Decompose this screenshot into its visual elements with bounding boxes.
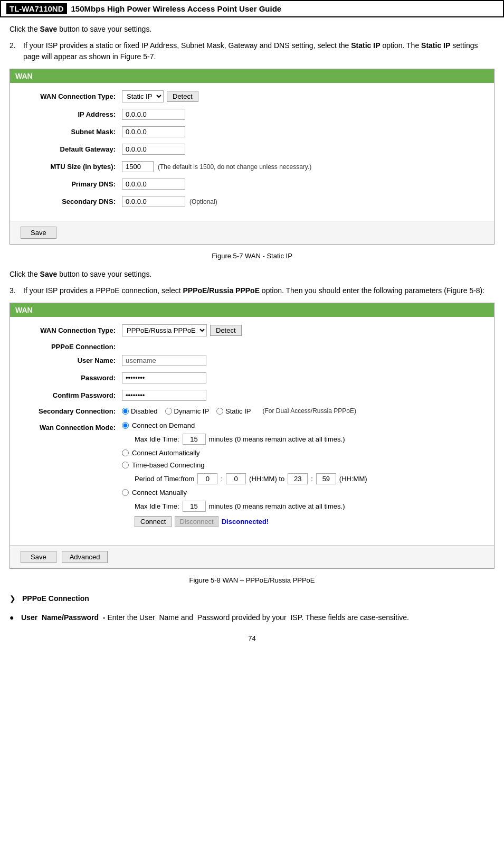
numbered-item-3: 3. If your ISP provides a PPPoE connecti…	[9, 285, 495, 296]
mode-demand-radio[interactable]	[122, 422, 129, 429]
wan-pppoe-header: WAN	[10, 303, 494, 317]
period-label: Period of Time:from	[135, 475, 194, 483]
time-from-min-input[interactable]	[226, 473, 246, 484]
wan-pppoe-footer: Save Advanced	[10, 545, 494, 568]
wan-pppoe-box: WAN WAN Connection Type: PPPoE/Russia PP…	[9, 303, 495, 569]
pppoe-conn-type-row: WAN Connection Type: PPPoE/Russia PPPoE …	[21, 324, 483, 336]
mode-timebased-radio[interactable]	[122, 462, 129, 468]
pppoe-detect-button[interactable]: Detect	[210, 325, 242, 336]
save-button-pppoe[interactable]: Save	[21, 551, 56, 563]
conn-type-label: WAN Connection Type:	[21, 92, 116, 100]
sec-static-label: Static IP	[225, 407, 251, 415]
subnet-mask-label: Subnet Mask:	[21, 128, 116, 136]
time-colon-1: :	[221, 475, 223, 483]
sec-dynamic-option[interactable]: Dynamic IP	[165, 407, 209, 415]
conn-disconnect-row: Connect Disconnect Disconnected!	[135, 516, 367, 527]
primary-dns-row: Primary DNS:	[21, 179, 483, 190]
mtu-row: MTU Size (in bytes): (The default is 150…	[21, 161, 483, 172]
guide-title: 150Mbps High Power Wireless Access Point…	[71, 4, 282, 13]
mode-demand-label: Connect on Demand	[132, 421, 195, 429]
sec-dynamic-label: Dynamic IP	[174, 407, 209, 415]
mode-manual-option: Connect Manually	[122, 489, 367, 496]
sec-static-option[interactable]: Static IP	[216, 407, 251, 415]
sec-dynamic-radio[interactable]	[165, 408, 172, 415]
arrow-icon: ❯	[9, 593, 19, 604]
max-idle-label-2: Max Idle Time:	[135, 502, 179, 510]
secondary-dns-row: Secondary DNS: (Optional)	[21, 196, 483, 207]
primary-dns-label: Primary DNS:	[21, 180, 116, 188]
optional-note: (Optional)	[189, 198, 217, 205]
sec-static-radio[interactable]	[216, 408, 223, 415]
wan-static-header: WAN	[10, 69, 494, 83]
hhmm-to-label: (HH:MM) to	[249, 475, 284, 483]
primary-dns-input[interactable]	[122, 179, 185, 190]
user-name-input[interactable]	[122, 355, 206, 366]
item-number-2: 2.	[9, 40, 19, 62]
secondary-conn-options: Disabled Dynamic IP Static IP (For Dual …	[122, 407, 356, 415]
user-name-label: User Name:	[21, 357, 116, 364]
default-gateway-row: Default Gateway:	[21, 144, 483, 155]
secondary-conn-row: Secondary Connection: Disabled Dynamic I…	[21, 407, 483, 415]
detect-button[interactable]: Detect	[167, 91, 198, 102]
pppoe-conn-type-select[interactable]: PPPoE/Russia PPPoE	[122, 324, 207, 336]
item-3-text: If your ISP provides a PPPoE connection,…	[23, 285, 484, 296]
idle-note: minutes (0 means remain active at all ti…	[209, 435, 345, 443]
pppoe-section-title: PPPoE Connection	[22, 593, 89, 604]
default-gateway-input[interactable]	[122, 144, 185, 155]
sec-disabled-option[interactable]: Disabled	[122, 407, 158, 415]
intro-para-1: Click the Save button to save your setti…	[9, 24, 495, 35]
time-colon-2: :	[311, 475, 313, 483]
connect-button[interactable]: Connect	[135, 516, 172, 527]
secondary-dns-label: Secondary DNS:	[21, 198, 116, 205]
bullet-item-1: ● User Name/Password - Enter the User Na…	[9, 612, 495, 623]
max-idle-input-2[interactable]	[183, 501, 206, 512]
confirm-pw-input[interactable]	[122, 390, 206, 401]
secondary-dns-input[interactable]	[122, 196, 185, 207]
password-label: Password:	[21, 374, 116, 382]
conn-type-select[interactable]: Static IP	[122, 90, 164, 102]
mtu-input[interactable]	[122, 161, 154, 172]
user-name-row: User Name:	[21, 355, 483, 366]
max-idle-input[interactable]	[183, 434, 206, 445]
mtu-note: (The default is 1500, do not change unle…	[158, 163, 311, 171]
time-period-sub: Period of Time:from : (HH:MM) to : (HH:M…	[135, 473, 367, 484]
intro-para-2: Click the Save button to save your setti…	[9, 269, 495, 280]
time-to-hour-input[interactable]	[288, 473, 308, 484]
max-idle-label: Max Idle Time:	[135, 435, 179, 443]
secondary-conn-label: Secondary Connection:	[21, 407, 116, 415]
bullet-1-text: User Name/Password - Enter the User Name…	[21, 612, 409, 623]
ip-address-row: IP Address:	[21, 109, 483, 120]
disconnect-button[interactable]: Disconnect	[175, 516, 218, 527]
time-from-input[interactable]	[197, 473, 217, 484]
wan-mode-options: Connect on Demand Max Idle Time: minutes…	[122, 421, 367, 531]
ip-address-input[interactable]	[122, 109, 185, 120]
max-idle-sub: Max Idle Time: minutes (0 means remain a…	[135, 434, 367, 445]
mode-demand-option: Connect on Demand	[122, 421, 367, 429]
advanced-button[interactable]: Advanced	[62, 551, 108, 563]
figure-57-caption: Figure 5-7 WAN - Static IP	[9, 251, 495, 261]
mode-timebased-label: Time-based Connecting	[132, 461, 205, 469]
model-label: TL-WA7110ND	[6, 3, 67, 14]
password-input[interactable]	[122, 372, 206, 383]
subnet-mask-row: Subnet Mask:	[21, 126, 483, 137]
wan-static-box: WAN WAN Connection Type: Static IP Detec…	[9, 69, 495, 245]
subnet-mask-input[interactable]	[122, 126, 185, 137]
confirm-pw-row: Confirm Password:	[21, 390, 483, 401]
disconnected-status: Disconnected!	[222, 518, 269, 526]
password-row: Password:	[21, 372, 483, 383]
mode-timebased-option: Time-based Connecting	[122, 461, 367, 469]
mode-auto-label: Connect Automatically	[132, 449, 200, 457]
wan-mode-row: Wan Connection Mode: Connect on Demand M…	[21, 421, 483, 531]
mode-auto-radio[interactable]	[122, 449, 129, 456]
mode-manual-radio[interactable]	[122, 489, 129, 496]
sec-disabled-radio[interactable]	[122, 408, 129, 415]
pppoe-bullet-section: ● User Name/Password - Enter the User Na…	[9, 612, 495, 623]
default-gateway-label: Default Gateway:	[21, 145, 116, 153]
save-button-static[interactable]: Save	[21, 227, 56, 239]
time-to-min-input[interactable]	[316, 473, 336, 484]
sec-note: (For Dual Access/Russia PPPoE)	[262, 407, 356, 415]
item-2-text: If your ISP provides a static or fixed I…	[23, 40, 495, 62]
mtu-label: MTU Size (in bytes):	[21, 163, 116, 171]
ip-address-label: IP Address:	[21, 110, 116, 118]
pppoe-conn-type-label: WAN Connection Type:	[21, 326, 116, 334]
